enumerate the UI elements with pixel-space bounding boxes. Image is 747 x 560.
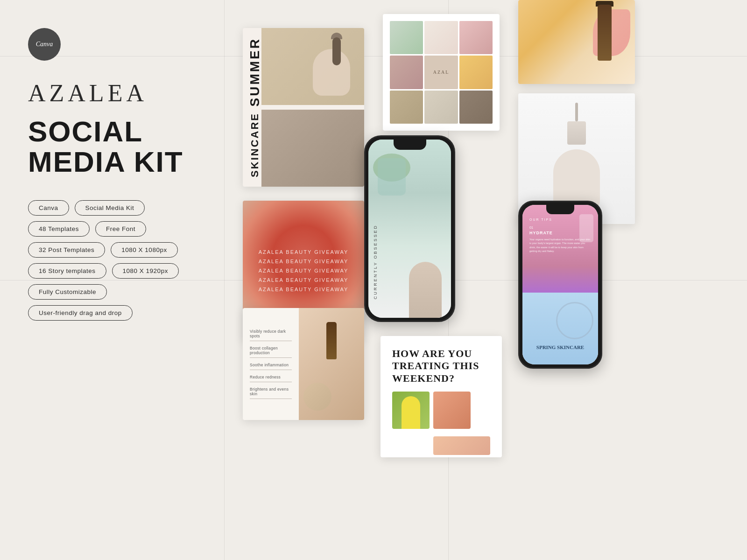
how-image-product bbox=[433, 392, 471, 429]
phone-2-tips-label: OUR TIPS bbox=[529, 218, 552, 221]
tag-drag-drop: User-friendly drag and drop bbox=[28, 305, 133, 321]
summer-top-image bbox=[261, 28, 364, 105]
card-how-weekend: HOW ARE YOU TREATING THIS WEEKEND? bbox=[381, 336, 502, 457]
mosaic-cell-6 bbox=[459, 56, 493, 89]
mosaic-cell-4 bbox=[390, 56, 423, 89]
phone-2-serum-decoration bbox=[579, 214, 593, 242]
card-summer-skincare: SUMMER SKINCARE bbox=[243, 28, 364, 187]
bottle-decorative bbox=[332, 37, 341, 65]
tag-canva: Canva bbox=[28, 200, 69, 216]
product-title-line2: MEDIA KIT bbox=[28, 146, 183, 178]
brand-name: AZALEA bbox=[28, 79, 187, 107]
giveaway-line-3: AZALEA BEAUTY GIVEAWAY bbox=[259, 268, 349, 273]
bottle-big-decorative bbox=[598, 5, 612, 61]
phone-1-notch bbox=[394, 140, 426, 150]
hand-decorative bbox=[313, 49, 350, 96]
canva-badge-label: Canva bbox=[36, 41, 53, 48]
mosaic-cell-3 bbox=[459, 21, 493, 54]
serum-benefits-list: Visibly reduce dark spots Boost collagen… bbox=[243, 308, 299, 420]
phone-2-notch bbox=[546, 205, 574, 214]
tag-story-templates: 16 Story templates bbox=[28, 263, 106, 279]
phone-1-vertical-text: CURRENTLY OBSESSED bbox=[373, 224, 378, 299]
summer-bottom-image bbox=[261, 110, 364, 187]
mosaic-cell-8 bbox=[424, 91, 458, 124]
mosaic-cell-9 bbox=[459, 91, 493, 124]
mosaic-cell-5: AZAL bbox=[424, 56, 458, 89]
card-product-top-right bbox=[518, 0, 635, 84]
product-title: SOCIAL MEDIA KIT bbox=[28, 116, 187, 177]
serum-benefit-2: Boost collagen production bbox=[250, 346, 292, 358]
giveaway-line-5: AZALEA BEAUTY GIVEAWAY bbox=[259, 287, 349, 292]
phone-1-content: CURRENTLY OBSESSED bbox=[368, 140, 451, 318]
phone-2-hydrate-label: HYDRATE bbox=[529, 231, 553, 235]
tags-container: Canva Social Media Kit 48 Templates Free… bbox=[28, 200, 187, 321]
phone-serum-visual bbox=[378, 158, 406, 196]
mosaic-cell-2 bbox=[424, 21, 458, 54]
serum-benefit-5: Brightens and evens skin bbox=[250, 387, 292, 399]
tag-customizable: Fully Customizable bbox=[28, 284, 107, 300]
summer-label: SUMMER bbox=[247, 37, 262, 106]
phone-2-screen: OUR TIPS 01 HYDRATE Your organs need hyd… bbox=[522, 205, 598, 364]
tag-templates: 48 Templates bbox=[28, 221, 90, 237]
phone-2-bottom-section: SPRING SKINCARE bbox=[522, 293, 598, 364]
phone-mockup-2: OUR TIPS 01 HYDRATE Your organs need hyd… bbox=[518, 201, 602, 369]
cream-jar-decorative bbox=[567, 121, 586, 145]
serum-bottle-small bbox=[326, 322, 337, 359]
phone-mockup-1: CURRENTLY OBSESSED bbox=[364, 135, 455, 322]
serum-content: Visibly reduce dark spots Boost collagen… bbox=[243, 308, 364, 420]
person-in-image bbox=[402, 396, 420, 429]
mosaic-cell-7 bbox=[390, 91, 423, 124]
summer-vertical-labels: SUMMER SKINCARE bbox=[247, 37, 262, 177]
right-panel: SUMMER SKINCARE AZAL AZ bbox=[215, 0, 747, 560]
phone-2-content: OUR TIPS 01 HYDRATE Your organs need hyd… bbox=[522, 205, 598, 364]
how-image-flowers bbox=[433, 436, 490, 455]
cream-pump-decorative bbox=[575, 103, 578, 121]
card-serum-benefits: Visibly reduce dark spots Boost collagen… bbox=[243, 308, 364, 420]
phone-2-num: 01 bbox=[529, 226, 533, 229]
phone-2-spring-label: SPRING SKINCARE bbox=[529, 344, 591, 350]
tag-post-size: 1080 X 1080px bbox=[111, 242, 177, 258]
card-summer-inner: SUMMER SKINCARE bbox=[243, 28, 364, 187]
phone-1-screen: CURRENTLY OBSESSED bbox=[368, 140, 451, 318]
serum-image-col bbox=[299, 308, 364, 420]
left-panel: Canva AZALEA SOCIAL MEDIA KIT Canva Soci… bbox=[0, 0, 215, 560]
tag-social-media-kit: Social Media Kit bbox=[75, 200, 145, 216]
giveaway-line-4: AZALEA BEAUTY GIVEAWAY bbox=[259, 277, 349, 283]
serum-benefit-3: Soothe inflammation bbox=[250, 363, 292, 370]
giveaway-line-1: AZALEA BEAUTY GIVEAWAY bbox=[259, 249, 349, 255]
phone-2-top-section: OUR TIPS 01 HYDRATE Your organs need hyd… bbox=[522, 205, 598, 293]
how-headline: HOW ARE YOU TREATING THIS WEEKEND? bbox=[392, 348, 490, 385]
swirl-decorative bbox=[556, 302, 593, 339]
card-mosaic: AZAL bbox=[383, 14, 500, 131]
serum-benefit-4: Reduce redness bbox=[250, 375, 292, 382]
phone-person-shape bbox=[409, 262, 442, 318]
tag-free-font: Free Font bbox=[95, 221, 146, 237]
how-images-row bbox=[392, 392, 490, 455]
serum-round-decorative bbox=[303, 383, 331, 411]
giveaway-line-2: AZALEA BEAUTY GIVEAWAY bbox=[259, 259, 349, 264]
serum-benefit-1: Visibly reduce dark spots bbox=[250, 329, 292, 341]
canva-badge: Canva bbox=[28, 28, 61, 61]
product-title-line1: SOCIAL bbox=[28, 115, 143, 147]
skincare-label: SKINCARE bbox=[249, 112, 261, 177]
how-image-person bbox=[392, 392, 430, 429]
mosaic-cell-1 bbox=[390, 21, 423, 54]
product-tr-background bbox=[518, 0, 635, 84]
tag-post-templates: 32 Post Templates bbox=[28, 242, 105, 258]
tag-story-size: 1080 X 1920px bbox=[112, 263, 179, 279]
